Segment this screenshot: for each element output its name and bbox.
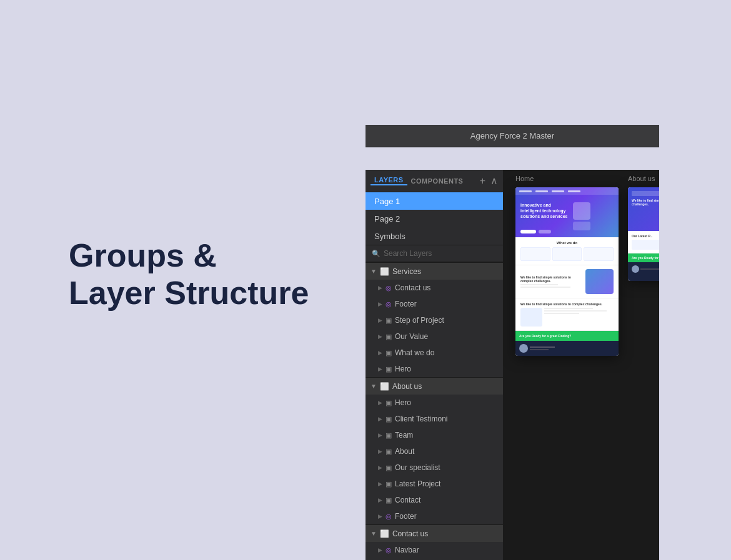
search-icon: 🔍 [372, 250, 380, 258]
monitor-icon-contact: ⬜ [380, 529, 389, 538]
folder-icon: ▣ [385, 464, 392, 472]
search-layers-input[interactable]: Search Layers [384, 249, 432, 258]
layer-our-specialist[interactable]: ▶ ▣ Our specialist [366, 459, 503, 476]
chevron-contact-us: ▼ [370, 530, 377, 537]
symbol-icon: ◎ [385, 284, 392, 292]
window-titlebar: Agency Force 2 Master [366, 125, 659, 147]
layer-navbar[interactable]: ▶ ◎ Navbar [366, 542, 503, 558]
preview-green-band: Are you Ready for a great Finding? [515, 331, 619, 341]
window-title: Agency Force 2 Master [470, 131, 554, 140]
collapse-button[interactable]: ∧ [490, 176, 498, 186]
layer-latest-project[interactable]: ▶ ▣ Latest Project [366, 476, 503, 492]
folder-icon: ▣ [385, 399, 392, 407]
group-about-us-label: About us [392, 382, 422, 391]
tab-components[interactable]: COMPONENTS [407, 177, 467, 185]
preview-about-green-band: Are you Ready for great Finding? [628, 253, 659, 262]
group-contact-us-label: Contact us [392, 529, 428, 538]
canvas-label-home: Home [515, 175, 534, 182]
left-content: Groups & Layer Structure [69, 237, 309, 312]
preview-about: We like to find simple solutions to comp… [628, 187, 659, 281]
layer-footer-services[interactable]: ▶ ◎ Footer [366, 296, 503, 312]
monitor-icon-about: ⬜ [380, 382, 389, 391]
folder-icon: ▣ [385, 365, 392, 373]
group-services[interactable]: ▼ ⬜ Services [366, 262, 503, 280]
layer-client-testimoni[interactable]: ▶ ▣ Client Testimoni [366, 411, 503, 427]
tab-layers[interactable]: LAYERS [370, 176, 407, 185]
heading-line2: Layer Structure [69, 275, 309, 311]
group-services-label: Services [392, 267, 421, 276]
layer-step-of-project[interactable]: ▶ ▣ Step of Project [366, 312, 503, 328]
symbol-icon: ◎ [385, 300, 392, 308]
tabs-row: LAYERS COMPONENTS + ∧ [366, 170, 503, 192]
layer-hero-about[interactable]: ▶ ▣ Hero [366, 395, 503, 411]
folder-icon: ▣ [385, 431, 392, 440]
layer-our-value[interactable]: ▶ ▣ Our Value [366, 328, 503, 345]
search-row: 🔍 Search Layers [366, 245, 503, 262]
heading-line1: Groups & [69, 237, 217, 273]
layer-hero-services[interactable]: ▶ ▣ Hero [366, 361, 503, 377]
folder-icon: ▣ [385, 496, 392, 504]
group-about-us[interactable]: ▼ ⬜ About us [366, 377, 503, 395]
layer-team[interactable]: ▶ ▣ Team [366, 427, 503, 443]
layer-what-we-do[interactable]: ▶ ▣ What we do [366, 345, 503, 361]
page-item-2[interactable]: Page 2 [366, 210, 503, 227]
app-window: Agency Force 2 Master LAYERS COMPONENTS … [366, 125, 731, 560]
preview-home: Innovative and intelligent technology so… [515, 187, 619, 356]
main-heading: Groups & Layer Structure [69, 237, 309, 312]
pages-list: Page 1 Page 2 Symbols [366, 192, 503, 245]
folder-icon: ▣ [385, 480, 392, 488]
chevron-about-us: ▼ [370, 383, 377, 390]
symbol-icon: ◎ [385, 546, 392, 554]
symbol-icon: ◎ [385, 513, 392, 521]
add-layer-button[interactable]: + [480, 176, 485, 186]
page-item-symbols[interactable]: Symbols [366, 227, 503, 245]
canvas-area: Home About us Innovative and intellige [503, 170, 659, 560]
layer-contact-us-services[interactable]: ▶ ◎ Contact us [366, 280, 503, 296]
layer-footer-about[interactable]: ▶ ◎ Footer [366, 508, 503, 524]
canvas-label-about: About us [628, 175, 655, 182]
layers-panel: LAYERS COMPONENTS + ∧ Page 1 Page 2 Symb… [366, 170, 503, 560]
chevron-services: ▼ [370, 268, 377, 275]
folder-icon: ▣ [385, 448, 392, 456]
folder-icon: ▣ [385, 317, 392, 325]
layer-contact-about[interactable]: ▶ ▣ Contact [366, 492, 503, 508]
group-contact-us[interactable]: ▼ ⬜ Contact us [366, 524, 503, 542]
monitor-icon-services: ⬜ [380, 267, 389, 276]
folder-icon: ▣ [385, 349, 392, 357]
layer-about[interactable]: ▶ ▣ About [366, 443, 503, 459]
layers-list[interactable]: ▼ ⬜ Services ▶ ◎ Contact us ▶ ◎ Footer [366, 262, 503, 560]
folder-icon: ▣ [385, 333, 392, 341]
folder-icon: ▣ [385, 415, 392, 423]
page-item-1[interactable]: Page 1 [366, 192, 503, 210]
